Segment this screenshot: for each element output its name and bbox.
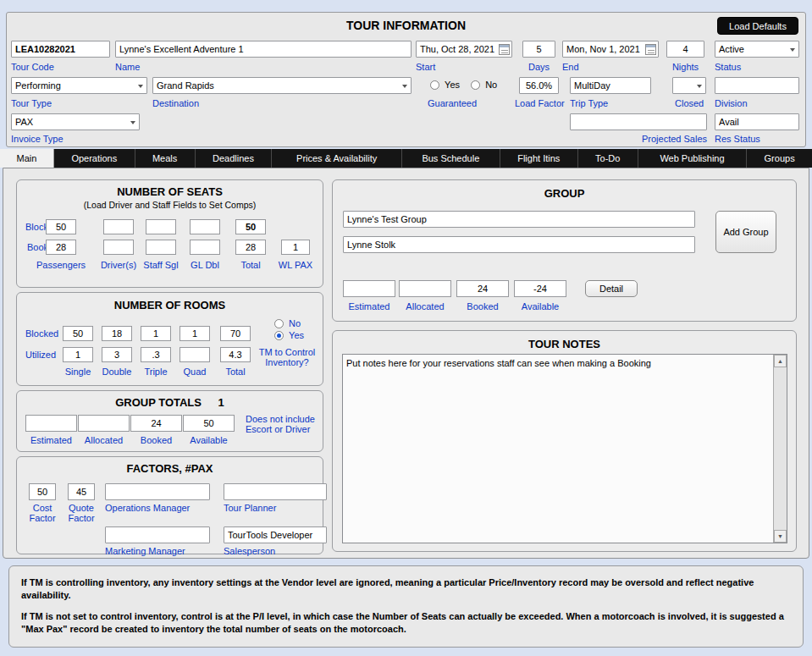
- tm-control-yes-radio[interactable]: [274, 331, 284, 340]
- seats-blocked-drivers[interactable]: [103, 219, 134, 234]
- rooms-blocked-double[interactable]: [102, 326, 132, 341]
- load-defaults-button[interactable]: Load Defaults: [717, 17, 798, 35]
- seats-col-passengers: Passengers: [36, 260, 86, 270]
- marketing-manager-field[interactable]: [105, 526, 210, 543]
- tour-code-label: Tour Code: [11, 62, 54, 72]
- group-totals-count: 1: [218, 396, 224, 409]
- tab-web-publishing[interactable]: Web Publishing: [638, 149, 747, 168]
- notes-scrollbar[interactable]: ▲ ▼: [773, 355, 787, 543]
- tab-bar: Main Operations Meals Deadlines Prices &…: [0, 149, 812, 168]
- invoice-type-value: PAX: [15, 117, 33, 127]
- tab-operations[interactable]: Operations: [54, 149, 135, 168]
- end-date-field[interactable]: Mon, Nov 1, 2021: [562, 41, 659, 58]
- projected-sales-field[interactable]: [570, 113, 707, 130]
- rooms-utilized-row-label: Utilized: [25, 350, 56, 360]
- seats-blocked-staff-sgl[interactable]: [146, 219, 176, 234]
- factors-title: FACTORS, #PAX: [17, 462, 323, 475]
- group-totals-estimated-label: Estimated: [25, 435, 77, 445]
- tab-bus-schedule[interactable]: Bus Schedule: [402, 149, 500, 168]
- seats-booked-total[interactable]: [235, 240, 266, 255]
- tm-control-question: TM to Control Inventory?: [252, 347, 322, 367]
- rooms-utilized-triple[interactable]: [141, 347, 171, 362]
- rooms-utilized-quad[interactable]: [180, 347, 210, 362]
- rooms-blocked-total[interactable]: [220, 326, 251, 341]
- guaranteed-no-radio[interactable]: [471, 80, 480, 90]
- nights-field[interactable]: [666, 41, 704, 58]
- start-label: Start: [416, 62, 435, 72]
- guaranteed-yes-radio[interactable]: [430, 80, 439, 90]
- group-estimated-label: Estimated: [343, 301, 395, 311]
- seats-subtitle: (Load Driver and Staff Fields to Set Com…: [17, 200, 323, 210]
- seats-blocked-total[interactable]: [235, 219, 266, 234]
- tour-code-field[interactable]: [11, 41, 110, 58]
- add-group-button[interactable]: Add Group: [715, 211, 776, 253]
- seats-booked-gl-dbl[interactable]: [190, 240, 220, 255]
- group-title: GROUP: [333, 187, 796, 200]
- rooms-blocked-quad[interactable]: [180, 326, 210, 341]
- group-totals-allocated[interactable]: [78, 415, 130, 432]
- tab-prices-availability[interactable]: Prices & Availability: [272, 149, 402, 168]
- days-field[interactable]: [522, 41, 555, 58]
- calendar-icon[interactable]: [499, 44, 510, 55]
- tab-to-do[interactable]: To-Do: [578, 149, 638, 168]
- tab-flight-itins[interactable]: Flight Itins: [500, 149, 578, 168]
- group-allocated-field[interactable]: [399, 280, 451, 297]
- calendar-icon[interactable]: [645, 44, 656, 55]
- group-totals-booked[interactable]: [130, 415, 182, 432]
- operations-manager-field[interactable]: [105, 483, 210, 500]
- number-of-rooms-panel: NUMBER OF ROOMS Blocked Utilized Single …: [16, 292, 323, 386]
- seats-booked-wl-pax[interactable]: [281, 240, 310, 255]
- group-booked-field[interactable]: [456, 280, 509, 297]
- seats-blocked-gl-dbl[interactable]: [190, 219, 220, 234]
- detail-button[interactable]: Detail: [585, 280, 638, 297]
- group-name-field[interactable]: [343, 211, 695, 228]
- tab-groups[interactable]: Groups: [747, 149, 812, 168]
- cost-factor-field[interactable]: [29, 483, 56, 500]
- seats-booked-staff-sgl[interactable]: [146, 240, 176, 255]
- guaranteed-yes-label: Yes: [445, 80, 460, 90]
- scroll-down-icon[interactable]: ▼: [774, 530, 787, 543]
- tour-planner-field[interactable]: [224, 483, 327, 500]
- tour-notes-textarea[interactable]: Put notes here for your reservations sta…: [342, 354, 787, 543]
- rooms-blocked-single[interactable]: [63, 326, 93, 341]
- tour-name-field[interactable]: [115, 41, 412, 58]
- group-contact-field[interactable]: [343, 236, 695, 253]
- status-label: Status: [715, 62, 741, 72]
- seats-blocked-passengers[interactable]: [46, 219, 76, 234]
- group-booked-label: Booked: [456, 301, 509, 311]
- inventory-info-paragraph-2: If TM is not set to control inventory, c…: [21, 610, 791, 636]
- scroll-up-icon[interactable]: ▲: [774, 355, 787, 367]
- quote-factor-field[interactable]: [68, 483, 95, 500]
- tab-meals[interactable]: Meals: [135, 149, 196, 168]
- seats-booked-passengers[interactable]: [46, 240, 76, 255]
- division-field[interactable]: [715, 77, 799, 94]
- tab-main[interactable]: Main: [0, 149, 54, 168]
- rooms-utilized-total[interactable]: [220, 347, 251, 362]
- tour-type-dropdown[interactable]: Performing: [11, 77, 147, 94]
- rooms-utilized-single[interactable]: [63, 347, 93, 362]
- rooms-blocked-triple[interactable]: [141, 326, 171, 341]
- load-factor-field[interactable]: [519, 77, 559, 94]
- group-totals-available[interactable]: [183, 415, 235, 432]
- group-totals-available-label: Available: [183, 435, 235, 445]
- seats-booked-drivers[interactable]: [103, 240, 134, 255]
- rooms-utilized-double[interactable]: [102, 347, 132, 362]
- status-dropdown[interactable]: Active: [715, 41, 799, 58]
- marketing-manager-label: Marketing Manager: [105, 546, 185, 556]
- group-estimated-field[interactable]: [343, 280, 395, 297]
- closed-dropdown[interactable]: [672, 77, 706, 94]
- chevron-down-icon: [402, 85, 407, 88]
- tour-information-title: TOUR INFORMATION: [7, 19, 805, 32]
- destination-dropdown[interactable]: Grand Rapids: [152, 77, 412, 94]
- tm-control-no-radio[interactable]: [274, 319, 284, 328]
- group-totals-estimated[interactable]: [25, 415, 77, 432]
- tab-deadlines[interactable]: Deadlines: [196, 149, 273, 168]
- salesperson-field[interactable]: [224, 526, 327, 543]
- trip-type-field[interactable]: [570, 77, 651, 94]
- start-date-field[interactable]: Thu, Oct 28, 2021: [416, 41, 512, 58]
- invoice-type-dropdown[interactable]: PAX: [11, 113, 140, 130]
- tour-notes-panel: TOUR NOTES Put notes here for your reser…: [332, 330, 797, 552]
- group-available-field[interactable]: [514, 280, 566, 297]
- res-status-field[interactable]: [715, 113, 799, 130]
- main-tab-content: NUMBER OF SEATS (Load Driver and Staff F…: [3, 168, 809, 559]
